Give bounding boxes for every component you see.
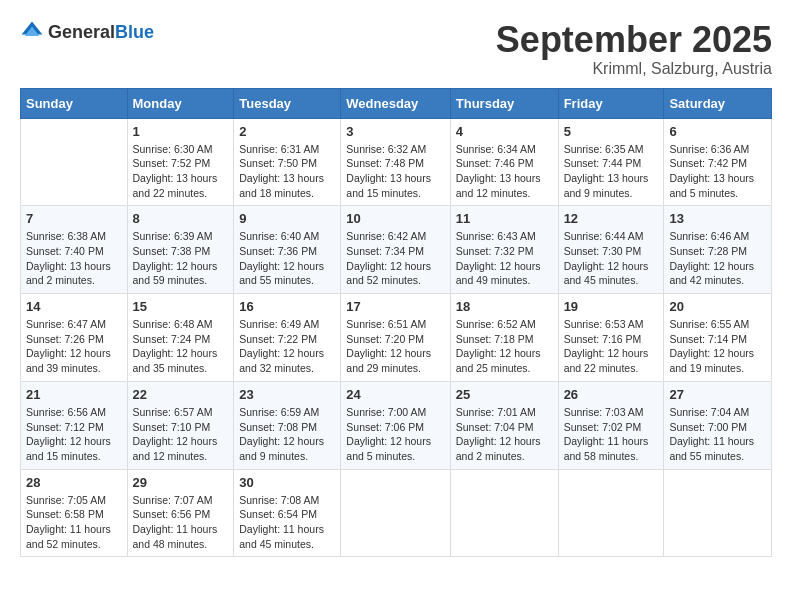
day-number: 23 xyxy=(239,387,335,402)
calendar-cell: 2Sunrise: 6:31 AMSunset: 7:50 PMDaylight… xyxy=(234,118,341,206)
day-number: 8 xyxy=(133,211,229,226)
day-info: Sunrise: 6:43 AMSunset: 7:32 PMDaylight:… xyxy=(456,229,553,288)
day-info: Sunrise: 6:57 AMSunset: 7:10 PMDaylight:… xyxy=(133,405,229,464)
day-number: 6 xyxy=(669,124,766,139)
col-saturday: Saturday xyxy=(664,88,772,118)
calendar-cell: 14Sunrise: 6:47 AMSunset: 7:26 PMDayligh… xyxy=(21,294,128,382)
day-number: 3 xyxy=(346,124,444,139)
day-number: 11 xyxy=(456,211,553,226)
calendar-cell: 27Sunrise: 7:04 AMSunset: 7:00 PMDayligh… xyxy=(664,381,772,469)
calendar-cell: 28Sunrise: 7:05 AMSunset: 6:58 PMDayligh… xyxy=(21,469,128,557)
day-info: Sunrise: 6:52 AMSunset: 7:18 PMDaylight:… xyxy=(456,317,553,376)
calendar-week-1: 1Sunrise: 6:30 AMSunset: 7:52 PMDaylight… xyxy=(21,118,772,206)
calendar-week-3: 14Sunrise: 6:47 AMSunset: 7:26 PMDayligh… xyxy=(21,294,772,382)
day-number: 25 xyxy=(456,387,553,402)
day-number: 29 xyxy=(133,475,229,490)
col-friday: Friday xyxy=(558,88,664,118)
calendar-cell: 30Sunrise: 7:08 AMSunset: 6:54 PMDayligh… xyxy=(234,469,341,557)
calendar-header-row: Sunday Monday Tuesday Wednesday Thursday… xyxy=(21,88,772,118)
day-info: Sunrise: 6:34 AMSunset: 7:46 PMDaylight:… xyxy=(456,142,553,201)
logo: General Blue xyxy=(20,20,154,44)
calendar-cell: 10Sunrise: 6:42 AMSunset: 7:34 PMDayligh… xyxy=(341,206,450,294)
calendar-cell: 4Sunrise: 6:34 AMSunset: 7:46 PMDaylight… xyxy=(450,118,558,206)
day-info: Sunrise: 7:03 AMSunset: 7:02 PMDaylight:… xyxy=(564,405,659,464)
day-info: Sunrise: 6:30 AMSunset: 7:52 PMDaylight:… xyxy=(133,142,229,201)
day-info: Sunrise: 6:42 AMSunset: 7:34 PMDaylight:… xyxy=(346,229,444,288)
calendar-cell: 18Sunrise: 6:52 AMSunset: 7:18 PMDayligh… xyxy=(450,294,558,382)
calendar-cell: 9Sunrise: 6:40 AMSunset: 7:36 PMDaylight… xyxy=(234,206,341,294)
day-info: Sunrise: 6:51 AMSunset: 7:20 PMDaylight:… xyxy=(346,317,444,376)
calendar-cell: 25Sunrise: 7:01 AMSunset: 7:04 PMDayligh… xyxy=(450,381,558,469)
month-title: September 2025 xyxy=(496,20,772,60)
calendar-table: Sunday Monday Tuesday Wednesday Thursday… xyxy=(20,88,772,558)
day-number: 14 xyxy=(26,299,122,314)
calendar-cell: 24Sunrise: 7:00 AMSunset: 7:06 PMDayligh… xyxy=(341,381,450,469)
logo-text-general: General xyxy=(48,23,115,41)
logo-icon xyxy=(20,20,44,44)
location-title: Krimml, Salzburg, Austria xyxy=(496,60,772,78)
calendar-cell: 16Sunrise: 6:49 AMSunset: 7:22 PMDayligh… xyxy=(234,294,341,382)
day-number: 16 xyxy=(239,299,335,314)
day-info: Sunrise: 6:36 AMSunset: 7:42 PMDaylight:… xyxy=(669,142,766,201)
col-wednesday: Wednesday xyxy=(341,88,450,118)
day-info: Sunrise: 7:04 AMSunset: 7:00 PMDaylight:… xyxy=(669,405,766,464)
logo-text-blue: Blue xyxy=(115,23,154,41)
col-monday: Monday xyxy=(127,88,234,118)
calendar-cell: 21Sunrise: 6:56 AMSunset: 7:12 PMDayligh… xyxy=(21,381,128,469)
calendar-cell: 29Sunrise: 7:07 AMSunset: 6:56 PMDayligh… xyxy=(127,469,234,557)
day-number: 17 xyxy=(346,299,444,314)
day-info: Sunrise: 6:44 AMSunset: 7:30 PMDaylight:… xyxy=(564,229,659,288)
day-info: Sunrise: 7:05 AMSunset: 6:58 PMDaylight:… xyxy=(26,493,122,552)
calendar-cell: 20Sunrise: 6:55 AMSunset: 7:14 PMDayligh… xyxy=(664,294,772,382)
calendar-cell: 6Sunrise: 6:36 AMSunset: 7:42 PMDaylight… xyxy=(664,118,772,206)
page-header: General Blue September 2025 Krimml, Salz… xyxy=(20,20,772,78)
calendar-cell: 26Sunrise: 7:03 AMSunset: 7:02 PMDayligh… xyxy=(558,381,664,469)
calendar-cell: 8Sunrise: 6:39 AMSunset: 7:38 PMDaylight… xyxy=(127,206,234,294)
day-info: Sunrise: 6:55 AMSunset: 7:14 PMDaylight:… xyxy=(669,317,766,376)
day-info: Sunrise: 6:56 AMSunset: 7:12 PMDaylight:… xyxy=(26,405,122,464)
day-number: 7 xyxy=(26,211,122,226)
day-info: Sunrise: 6:31 AMSunset: 7:50 PMDaylight:… xyxy=(239,142,335,201)
calendar-week-2: 7Sunrise: 6:38 AMSunset: 7:40 PMDaylight… xyxy=(21,206,772,294)
calendar-cell xyxy=(664,469,772,557)
calendar-cell: 12Sunrise: 6:44 AMSunset: 7:30 PMDayligh… xyxy=(558,206,664,294)
calendar-cell: 5Sunrise: 6:35 AMSunset: 7:44 PMDaylight… xyxy=(558,118,664,206)
day-number: 27 xyxy=(669,387,766,402)
day-number: 24 xyxy=(346,387,444,402)
day-number: 28 xyxy=(26,475,122,490)
calendar-cell: 3Sunrise: 6:32 AMSunset: 7:48 PMDaylight… xyxy=(341,118,450,206)
calendar-cell: 19Sunrise: 6:53 AMSunset: 7:16 PMDayligh… xyxy=(558,294,664,382)
day-number: 22 xyxy=(133,387,229,402)
calendar-cell: 7Sunrise: 6:38 AMSunset: 7:40 PMDaylight… xyxy=(21,206,128,294)
calendar-cell: 17Sunrise: 6:51 AMSunset: 7:20 PMDayligh… xyxy=(341,294,450,382)
day-info: Sunrise: 6:59 AMSunset: 7:08 PMDaylight:… xyxy=(239,405,335,464)
day-number: 4 xyxy=(456,124,553,139)
day-number: 21 xyxy=(26,387,122,402)
day-number: 26 xyxy=(564,387,659,402)
calendar-cell xyxy=(21,118,128,206)
day-info: Sunrise: 6:35 AMSunset: 7:44 PMDaylight:… xyxy=(564,142,659,201)
day-info: Sunrise: 7:01 AMSunset: 7:04 PMDaylight:… xyxy=(456,405,553,464)
calendar-week-5: 28Sunrise: 7:05 AMSunset: 6:58 PMDayligh… xyxy=(21,469,772,557)
col-tuesday: Tuesday xyxy=(234,88,341,118)
calendar-cell: 23Sunrise: 6:59 AMSunset: 7:08 PMDayligh… xyxy=(234,381,341,469)
calendar-cell xyxy=(341,469,450,557)
day-number: 12 xyxy=(564,211,659,226)
day-number: 13 xyxy=(669,211,766,226)
day-number: 15 xyxy=(133,299,229,314)
calendar-cell: 11Sunrise: 6:43 AMSunset: 7:32 PMDayligh… xyxy=(450,206,558,294)
col-sunday: Sunday xyxy=(21,88,128,118)
day-number: 1 xyxy=(133,124,229,139)
day-info: Sunrise: 6:40 AMSunset: 7:36 PMDaylight:… xyxy=(239,229,335,288)
day-info: Sunrise: 7:00 AMSunset: 7:06 PMDaylight:… xyxy=(346,405,444,464)
day-info: Sunrise: 6:47 AMSunset: 7:26 PMDaylight:… xyxy=(26,317,122,376)
calendar-cell: 22Sunrise: 6:57 AMSunset: 7:10 PMDayligh… xyxy=(127,381,234,469)
day-number: 9 xyxy=(239,211,335,226)
calendar-cell: 15Sunrise: 6:48 AMSunset: 7:24 PMDayligh… xyxy=(127,294,234,382)
day-info: Sunrise: 6:48 AMSunset: 7:24 PMDaylight:… xyxy=(133,317,229,376)
day-number: 10 xyxy=(346,211,444,226)
day-info: Sunrise: 6:46 AMSunset: 7:28 PMDaylight:… xyxy=(669,229,766,288)
day-number: 18 xyxy=(456,299,553,314)
day-info: Sunrise: 6:32 AMSunset: 7:48 PMDaylight:… xyxy=(346,142,444,201)
calendar-cell: 1Sunrise: 6:30 AMSunset: 7:52 PMDaylight… xyxy=(127,118,234,206)
